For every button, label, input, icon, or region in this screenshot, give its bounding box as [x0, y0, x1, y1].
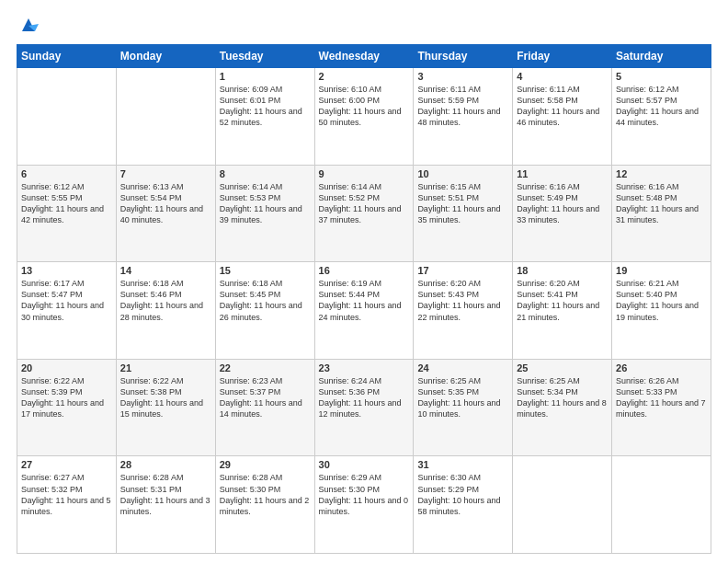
calendar-cell: 2Sunrise: 6:10 AMSunset: 6:00 PMDaylight…	[314, 68, 414, 166]
calendar-cell: 27Sunrise: 6:27 AMSunset: 5:32 PMDayligh…	[17, 456, 117, 554]
calendar-cell: 14Sunrise: 6:18 AMSunset: 5:46 PMDayligh…	[116, 262, 215, 360]
day-number: 19	[616, 265, 707, 276]
calendar-cell: 15Sunrise: 6:18 AMSunset: 5:45 PMDayligh…	[215, 262, 314, 360]
cell-details: Sunrise: 6:14 AMSunset: 5:53 PMDaylight:…	[220, 181, 311, 226]
day-number: 29	[220, 459, 311, 470]
cell-details: Sunrise: 6:18 AMSunset: 5:45 PMDaylight:…	[220, 278, 311, 323]
calendar-cell: 17Sunrise: 6:20 AMSunset: 5:43 PMDayligh…	[414, 262, 513, 360]
cell-details: Sunrise: 6:28 AMSunset: 5:30 PMDaylight:…	[220, 472, 311, 517]
calendar-cell: 3Sunrise: 6:11 AMSunset: 5:59 PMDaylight…	[414, 68, 513, 166]
calendar-cell	[17, 68, 117, 166]
page: SundayMondayTuesdayWednesdayThursdayFrid…	[0, 0, 728, 563]
cell-details: Sunrise: 6:22 AMSunset: 5:39 PMDaylight:…	[21, 375, 112, 420]
cell-details: Sunrise: 6:10 AMSunset: 6:00 PMDaylight:…	[319, 84, 410, 129]
calendar-cell	[612, 456, 711, 554]
calendar-cell: 31Sunrise: 6:30 AMSunset: 5:29 PMDayligh…	[414, 456, 513, 554]
calendar-cell: 29Sunrise: 6:28 AMSunset: 5:30 PMDayligh…	[215, 456, 314, 554]
day-number: 22	[220, 362, 311, 373]
day-number: 24	[417, 362, 508, 373]
cell-details: Sunrise: 6:20 AMSunset: 5:43 PMDaylight:…	[417, 278, 508, 323]
calendar-cell: 13Sunrise: 6:17 AMSunset: 5:47 PMDayligh…	[17, 262, 117, 360]
cell-details: Sunrise: 6:26 AMSunset: 5:33 PMDaylight:…	[616, 375, 707, 420]
cell-details: Sunrise: 6:15 AMSunset: 5:51 PMDaylight:…	[417, 181, 508, 226]
day-number: 27	[21, 459, 112, 470]
cell-details: Sunrise: 6:16 AMSunset: 5:49 PMDaylight:…	[517, 181, 608, 226]
cell-details: Sunrise: 6:29 AMSunset: 5:30 PMDaylight:…	[319, 472, 410, 517]
logo-icon	[18, 15, 39, 35]
cell-details: Sunrise: 6:11 AMSunset: 5:58 PMDaylight:…	[517, 84, 608, 129]
calendar-col-friday: Friday	[513, 45, 612, 68]
cell-details: Sunrise: 6:30 AMSunset: 5:29 PMDaylight:…	[417, 472, 508, 517]
day-number: 8	[220, 168, 311, 179]
calendar-week-5: 27Sunrise: 6:27 AMSunset: 5:32 PMDayligh…	[17, 456, 711, 554]
cell-details: Sunrise: 6:16 AMSunset: 5:48 PMDaylight:…	[616, 181, 707, 226]
calendar-col-tuesday: Tuesday	[215, 45, 314, 68]
day-number: 11	[517, 168, 608, 179]
day-number: 23	[319, 362, 410, 373]
day-number: 16	[319, 265, 410, 276]
calendar-col-sunday: Sunday	[17, 45, 117, 68]
calendar-cell	[513, 456, 612, 554]
day-number: 15	[220, 265, 311, 276]
cell-details: Sunrise: 6:22 AMSunset: 5:38 PMDaylight:…	[120, 375, 211, 420]
calendar-week-4: 20Sunrise: 6:22 AMSunset: 5:39 PMDayligh…	[17, 359, 711, 456]
cell-details: Sunrise: 6:25 AMSunset: 5:35 PMDaylight:…	[417, 375, 508, 420]
cell-details: Sunrise: 6:27 AMSunset: 5:32 PMDaylight:…	[21, 472, 112, 517]
calendar-cell: 16Sunrise: 6:19 AMSunset: 5:44 PMDayligh…	[314, 262, 414, 360]
calendar-col-saturday: Saturday	[612, 45, 711, 68]
cell-details: Sunrise: 6:12 AMSunset: 5:55 PMDaylight:…	[21, 181, 112, 226]
calendar-cell: 26Sunrise: 6:26 AMSunset: 5:33 PMDayligh…	[612, 359, 711, 456]
day-number: 25	[517, 362, 608, 373]
day-number: 17	[417, 265, 508, 276]
calendar-cell: 6Sunrise: 6:12 AMSunset: 5:55 PMDaylight…	[17, 165, 117, 262]
calendar-cell: 10Sunrise: 6:15 AMSunset: 5:51 PMDayligh…	[414, 165, 513, 262]
calendar-cell: 7Sunrise: 6:13 AMSunset: 5:54 PMDaylight…	[116, 165, 215, 262]
cell-details: Sunrise: 6:18 AMSunset: 5:46 PMDaylight:…	[120, 278, 211, 323]
calendar-cell: 24Sunrise: 6:25 AMSunset: 5:35 PMDayligh…	[414, 359, 513, 456]
logo	[17, 15, 39, 35]
calendar-col-wednesday: Wednesday	[314, 45, 414, 68]
calendar-cell: 20Sunrise: 6:22 AMSunset: 5:39 PMDayligh…	[17, 359, 117, 456]
calendar-cell: 19Sunrise: 6:21 AMSunset: 5:40 PMDayligh…	[612, 262, 711, 360]
calendar-col-monday: Monday	[116, 45, 215, 68]
cell-details: Sunrise: 6:28 AMSunset: 5:31 PMDaylight:…	[120, 472, 211, 517]
calendar-cell: 22Sunrise: 6:23 AMSunset: 5:37 PMDayligh…	[215, 359, 314, 456]
calendar-cell: 11Sunrise: 6:16 AMSunset: 5:49 PMDayligh…	[513, 165, 612, 262]
cell-details: Sunrise: 6:24 AMSunset: 5:36 PMDaylight:…	[319, 375, 410, 420]
day-number: 31	[417, 459, 508, 470]
day-number: 3	[417, 71, 508, 82]
day-number: 1	[220, 71, 311, 82]
calendar-col-thursday: Thursday	[414, 45, 513, 68]
cell-details: Sunrise: 6:11 AMSunset: 5:59 PMDaylight:…	[417, 84, 508, 129]
day-number: 10	[417, 168, 508, 179]
calendar-header-row: SundayMondayTuesdayWednesdayThursdayFrid…	[17, 45, 711, 68]
day-number: 18	[517, 265, 608, 276]
cell-details: Sunrise: 6:14 AMSunset: 5:52 PMDaylight:…	[319, 181, 410, 226]
calendar-week-2: 6Sunrise: 6:12 AMSunset: 5:55 PMDaylight…	[17, 165, 711, 262]
calendar-week-3: 13Sunrise: 6:17 AMSunset: 5:47 PMDayligh…	[17, 262, 711, 360]
calendar-cell: 1Sunrise: 6:09 AMSunset: 6:01 PMDaylight…	[215, 68, 314, 166]
day-number: 12	[616, 168, 707, 179]
cell-details: Sunrise: 6:17 AMSunset: 5:47 PMDaylight:…	[21, 278, 112, 323]
day-number: 21	[120, 362, 211, 373]
calendar-cell: 21Sunrise: 6:22 AMSunset: 5:38 PMDayligh…	[116, 359, 215, 456]
calendar-cell	[116, 68, 215, 166]
day-number: 13	[21, 265, 112, 276]
cell-details: Sunrise: 6:19 AMSunset: 5:44 PMDaylight:…	[319, 278, 410, 323]
day-number: 5	[616, 71, 707, 82]
day-number: 9	[319, 168, 410, 179]
calendar-cell: 18Sunrise: 6:20 AMSunset: 5:41 PMDayligh…	[513, 262, 612, 360]
cell-details: Sunrise: 6:09 AMSunset: 6:01 PMDaylight:…	[220, 84, 311, 129]
day-number: 4	[517, 71, 608, 82]
calendar-cell: 23Sunrise: 6:24 AMSunset: 5:36 PMDayligh…	[314, 359, 414, 456]
calendar-cell: 30Sunrise: 6:29 AMSunset: 5:30 PMDayligh…	[314, 456, 414, 554]
calendar-cell: 9Sunrise: 6:14 AMSunset: 5:52 PMDaylight…	[314, 165, 414, 262]
calendar-cell: 25Sunrise: 6:25 AMSunset: 5:34 PMDayligh…	[513, 359, 612, 456]
calendar-cell: 5Sunrise: 6:12 AMSunset: 5:57 PMDaylight…	[612, 68, 711, 166]
day-number: 7	[120, 168, 211, 179]
day-number: 30	[319, 459, 410, 470]
cell-details: Sunrise: 6:23 AMSunset: 5:37 PMDaylight:…	[220, 375, 311, 420]
cell-details: Sunrise: 6:13 AMSunset: 5:54 PMDaylight:…	[120, 181, 211, 226]
day-number: 20	[21, 362, 112, 373]
calendar-cell: 28Sunrise: 6:28 AMSunset: 5:31 PMDayligh…	[116, 456, 215, 554]
